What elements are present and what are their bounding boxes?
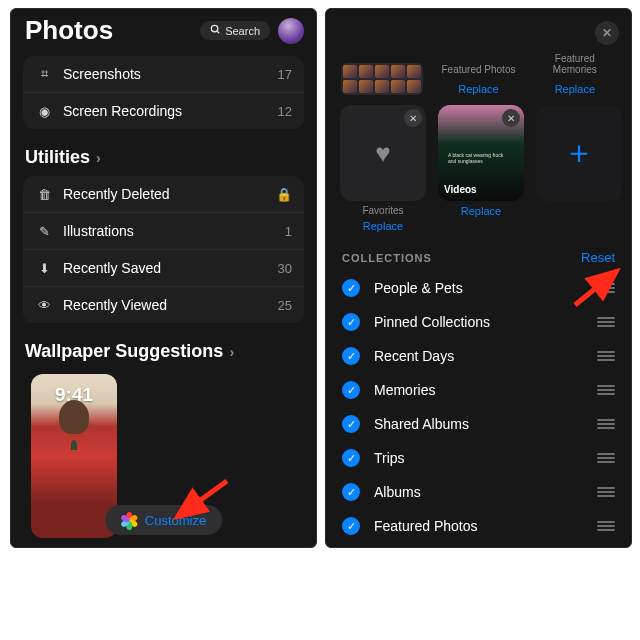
close-icon: ✕: [409, 113, 417, 124]
collection-row-recent-days[interactable]: ✓ Recent Days: [326, 339, 631, 373]
utilities-card: 🗑 Recently Deleted 🔒 ✎ Illustrations 1 ⬇…: [23, 176, 304, 323]
wallpaper-image-content: [59, 400, 89, 434]
favorites-tile[interactable]: ✕ ♥: [340, 105, 426, 201]
remove-tile-button[interactable]: ✕: [404, 109, 422, 127]
collection-row-albums[interactable]: ✓ Albums: [326, 475, 631, 509]
profile-avatar[interactable]: [278, 18, 304, 44]
tile-col-favorites: ✕ ♥ Favorites Replace: [340, 105, 426, 232]
check-icon[interactable]: ✓: [342, 279, 360, 297]
row-label: Recently Viewed: [53, 297, 278, 313]
tile-col-add: ＋: [536, 105, 622, 232]
media-types-card: ⌗ Screenshots 17 ◉ Screen Recordings 12: [23, 56, 304, 129]
collection-label: Shared Albums: [374, 416, 597, 432]
collection-label: Recent Days: [374, 348, 597, 364]
section-title-text: Utilities: [25, 147, 90, 168]
collection-row-shared-albums[interactable]: ✓ Shared Albums: [326, 407, 631, 441]
app-header: Photos Search: [11, 9, 316, 50]
replace-link[interactable]: Replace: [363, 220, 403, 232]
search-label: Search: [225, 25, 260, 37]
check-icon[interactable]: ✓: [342, 313, 360, 331]
collection-label: Pinned Collections: [374, 314, 597, 330]
list-row-recently-viewed[interactable]: 👁 Recently Viewed 25: [23, 287, 304, 323]
drag-handle-icon[interactable]: [597, 485, 615, 499]
drag-handle-icon[interactable]: [597, 281, 615, 295]
row-count: 12: [278, 104, 292, 119]
row-count: 30: [278, 261, 292, 276]
tile-label: Favorites: [362, 205, 403, 216]
drag-handle-icon[interactable]: [597, 451, 615, 465]
tile-featured-photos-mini: Featured Photos Replace: [436, 64, 520, 95]
customize-sheet: ✕ Featured Photos Replace Featured Memor…: [325, 8, 632, 548]
tile-caption: Videos: [444, 184, 477, 195]
svg-point-0: [212, 25, 218, 31]
drag-handle-icon[interactable]: [597, 519, 615, 533]
viewed-icon: 👁: [35, 298, 53, 313]
check-icon[interactable]: ✓: [342, 449, 360, 467]
collection-row-trips[interactable]: ✓ Trips: [326, 441, 631, 475]
collection-row-memories[interactable]: ✓ Memories: [326, 373, 631, 407]
check-icon[interactable]: ✓: [342, 415, 360, 433]
row-label: Screenshots: [53, 66, 278, 82]
collections-header: COLLECTIONS Reset: [326, 232, 631, 271]
check-icon[interactable]: ✓: [342, 347, 360, 365]
replace-link[interactable]: Replace: [555, 83, 595, 95]
search-button[interactable]: Search: [200, 21, 270, 40]
screenshots-icon: ⌗: [35, 66, 53, 82]
section-title-text: Wallpaper Suggestions: [25, 341, 223, 362]
collection-row-people-pets[interactable]: ✓ People & Pets: [326, 271, 631, 305]
videos-tile[interactable]: ✕ A black cat wearing frock and sunglass…: [438, 105, 524, 201]
row-label: Illustrations: [53, 223, 285, 239]
chevron-right-icon: ›: [229, 344, 234, 360]
check-icon[interactable]: ✓: [342, 483, 360, 501]
add-tile-button[interactable]: ＋: [536, 105, 622, 201]
row-count: 17: [278, 67, 292, 82]
collection-label: Trips: [374, 450, 597, 466]
video-subtitle: A black cat wearing frock and sunglasses: [448, 153, 508, 164]
utilities-header[interactable]: Utilities ›: [11, 135, 316, 170]
customize-button[interactable]: Customize: [105, 505, 222, 535]
replace-link[interactable]: Replace: [458, 83, 498, 95]
collection-row-featured-photos[interactable]: ✓ Featured Photos: [326, 509, 631, 543]
tile-col-videos: ✕ A black cat wearing frock and sunglass…: [438, 105, 524, 232]
heart-icon: ♥: [375, 138, 390, 169]
plus-icon: ＋: [563, 131, 595, 175]
collection-label: Featured Photos: [374, 518, 597, 534]
list-row-recordings[interactable]: ◉ Screen Recordings 12: [23, 93, 304, 129]
tile-recent-strip: [340, 63, 424, 95]
illustrations-icon: ✎: [35, 224, 53, 239]
collection-row-pinned[interactable]: ✓ Pinned Collections: [326, 305, 631, 339]
list-row-screenshots[interactable]: ⌗ Screenshots 17: [23, 56, 304, 93]
remove-tile-button[interactable]: ✕: [502, 109, 520, 127]
check-icon[interactable]: ✓: [342, 381, 360, 399]
thumbnail-strip[interactable]: [341, 63, 423, 95]
check-icon[interactable]: ✓: [342, 517, 360, 535]
lock-icon: 🔒: [276, 187, 292, 202]
replace-link[interactable]: Replace: [461, 205, 501, 217]
reset-button[interactable]: Reset: [581, 250, 615, 265]
app-title: Photos: [25, 15, 192, 46]
row-label: Recently Deleted: [53, 186, 276, 202]
collection-row-media-types[interactable]: ✓ Media Types: [326, 543, 631, 548]
drag-handle-icon[interactable]: [597, 315, 615, 329]
customize-label: Customize: [145, 513, 206, 528]
top-tile-row: Featured Photos Replace Featured Memorie…: [326, 9, 631, 95]
photos-app-screen: Photos Search ⌗ Screenshots 17 ◉ Screen …: [10, 8, 317, 548]
svg-line-1: [217, 31, 219, 33]
drag-handle-icon[interactable]: [597, 383, 615, 397]
close-button[interactable]: ✕: [595, 21, 619, 45]
search-icon: [210, 24, 221, 37]
tile-grid: ✕ ♥ Favorites Replace ✕ A black cat wear…: [326, 95, 631, 232]
trash-icon: 🗑: [35, 187, 53, 202]
photos-flower-icon: [121, 512, 137, 528]
wallpaper-thumbnail[interactable]: 9:41: [31, 374, 117, 538]
saved-icon: ⬇: [35, 261, 53, 276]
drag-handle-icon[interactable]: [597, 417, 615, 431]
collections-list: ✓ People & Pets ✓ Pinned Collections ✓ R…: [326, 271, 631, 548]
chevron-right-icon: ›: [96, 150, 101, 166]
wallpaper-header[interactable]: Wallpaper Suggestions ›: [11, 329, 316, 364]
drag-handle-icon[interactable]: [597, 349, 615, 363]
list-row-recently-deleted[interactable]: 🗑 Recently Deleted 🔒: [23, 176, 304, 213]
tile-label: Featured Memories: [533, 53, 617, 75]
list-row-illustrations[interactable]: ✎ Illustrations 1: [23, 213, 304, 250]
list-row-recently-saved[interactable]: ⬇ Recently Saved 30: [23, 250, 304, 287]
